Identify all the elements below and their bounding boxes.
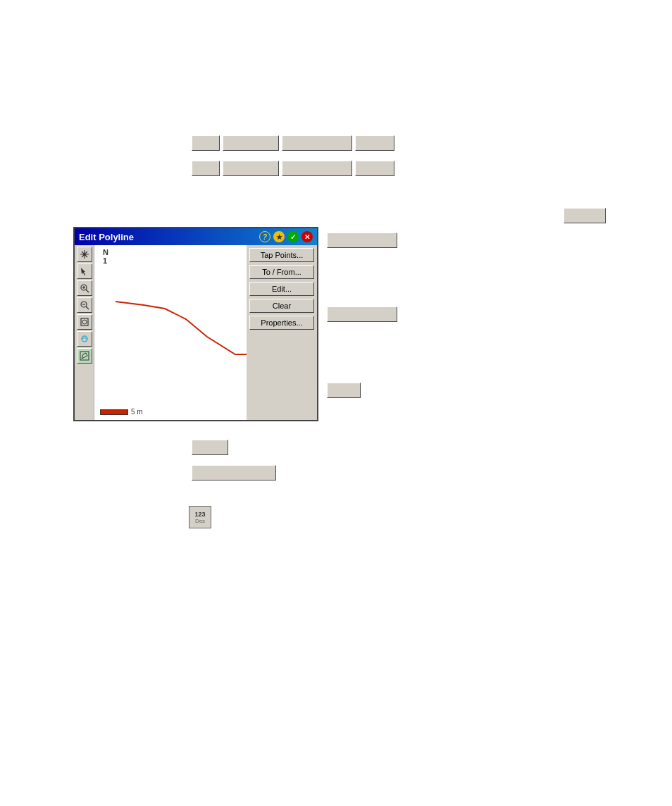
dialog-title: Edit Polyline	[79, 232, 134, 242]
dialog-map-toolbar	[75, 245, 94, 420]
to-from-button[interactable]: To / From...	[249, 265, 314, 279]
zoom-in-btn[interactable]	[77, 280, 92, 296]
zoom-out-btn[interactable]	[77, 297, 92, 313]
help-icon[interactable]: ?	[259, 231, 270, 242]
icon-widget-top-text: 123	[194, 511, 205, 518]
below-dialog-wide-btn[interactable]	[192, 465, 276, 480]
below-dialog-small-btn[interactable]	[192, 440, 228, 455]
clear-button[interactable]: Clear	[249, 299, 314, 313]
toolbar-btn-1-3[interactable]	[282, 135, 352, 151]
edit-btn[interactable]	[77, 348, 92, 364]
svg-point-8	[82, 320, 87, 324]
scale-rect	[100, 409, 128, 415]
toolbar-btn-2-4[interactable]	[355, 161, 394, 176]
edit-button[interactable]: Edit...	[249, 282, 314, 296]
toolbar-btn-2-2[interactable]	[223, 161, 279, 176]
icon-widget-bottom-text: Des	[195, 518, 205, 524]
dialog-titlebar-icons: ? ★ ✓ ✕	[259, 231, 313, 242]
tap-points-button[interactable]: Tap Points...	[249, 248, 314, 262]
topright-button[interactable]	[564, 208, 606, 223]
scale-text: 5 m	[131, 408, 143, 416]
toolbar-row-1	[192, 135, 394, 151]
toolbar-btn-1-4[interactable]	[355, 135, 394, 151]
ok-icon[interactable]: ✓	[287, 231, 299, 242]
bookmark-icon[interactable]: ★	[273, 231, 285, 242]
toolbar-btn-2-1[interactable]	[192, 161, 220, 176]
dialog-titlebar-left: Edit Polyline	[79, 232, 134, 242]
polyline-svg	[94, 245, 247, 420]
icon-widget[interactable]: 123 Des	[189, 506, 211, 528]
pan-tool-btn[interactable]	[77, 247, 92, 262]
close-icon[interactable]: ✕	[301, 231, 313, 242]
map-canvas: N 1 5 m	[94, 245, 247, 420]
dialog-titlebar: Edit Polyline ? ★ ✓ ✕	[75, 228, 317, 245]
float-btn-dialog-right-small[interactable]	[327, 383, 361, 398]
svg-line-1	[86, 290, 89, 292]
float-btn-dialog-right-top[interactable]	[327, 232, 397, 248]
layers-btn[interactable]	[77, 331, 92, 347]
properties-button[interactable]: Properties...	[249, 316, 314, 330]
dialog-body: N 1 5 m Tap Points... To / From... Edit.…	[75, 245, 317, 420]
dialog-right-buttons: Tap Points... To / From... Edit... Clear…	[247, 245, 317, 420]
toolbar-btn-2-3[interactable]	[282, 161, 352, 176]
edit-polyline-dialog: Edit Polyline ? ★ ✓ ✕	[73, 227, 318, 421]
toolbar-btn-1-1[interactable]	[192, 135, 220, 151]
float-btn-dialog-right-mid[interactable]	[327, 306, 397, 322]
zoom-extent-btn[interactable]	[77, 314, 92, 330]
toolbar-row-2	[192, 161, 394, 176]
select-tool-btn[interactable]	[77, 264, 92, 279]
toolbar-btn-1-2[interactable]	[223, 135, 279, 151]
svg-line-5	[86, 306, 89, 309]
scale-bar: 5 m	[100, 408, 143, 416]
